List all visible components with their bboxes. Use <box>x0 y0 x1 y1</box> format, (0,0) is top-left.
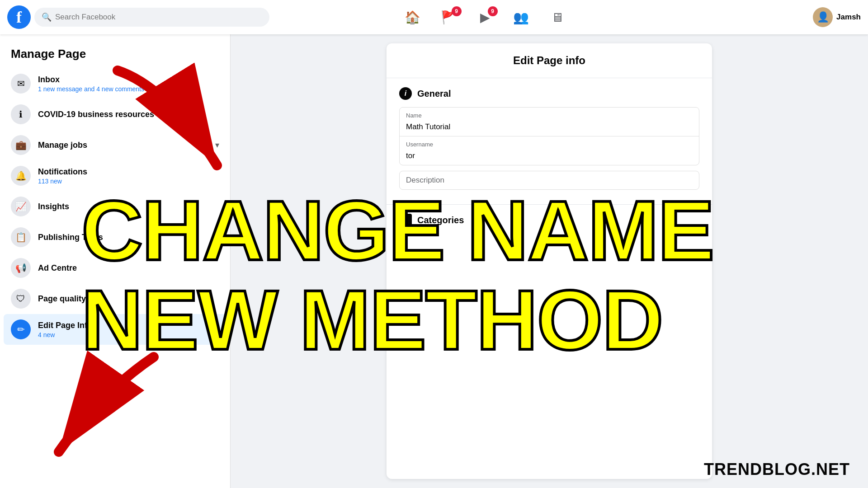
sidebar-title: Manage Page <box>4 43 226 68</box>
covid-label: COVID-19 business resources <box>38 110 154 119</box>
description-placeholder: Description <box>400 171 699 189</box>
inbox-label: Inbox <box>38 75 144 84</box>
user-name: Jamsh <box>836 13 861 22</box>
general-section: i General Name Math Tutorial Username to… <box>387 78 712 204</box>
main-layout: Manage Page ✉ Inbox 1 new message and 4 … <box>0 34 868 488</box>
home-nav-button[interactable]: 🏠 <box>396 5 429 29</box>
ad-centre-label: Ad Centre <box>38 263 77 273</box>
page-quality-icon: 🛡 <box>11 289 31 309</box>
publishing-tools-label: Publishing Tools <box>38 233 103 242</box>
top-navigation: f 🔍 🏠 🚩 9 ▶ 9 👥 🖥 👤 Jamsh <box>0 0 868 34</box>
edit-page-info-sub: 4 new <box>38 331 92 338</box>
nav-center-icons: 🏠 🚩 9 ▶ 9 👥 🖥 <box>396 5 574 29</box>
sidebar-item-page-quality[interactable]: 🛡 Page quality <box>4 283 226 314</box>
categories-heading: ▪ Categories <box>399 214 699 226</box>
sidebar-item-insights[interactable]: 📈 Insights <box>4 191 226 222</box>
username-label: Username <box>400 136 699 150</box>
panel-title: Edit Page info <box>387 43 712 78</box>
avatar[interactable]: 👤 <box>813 7 833 27</box>
groups-icon: 👥 <box>513 10 529 25</box>
home-icon: 🏠 <box>405 10 420 25</box>
manage-jobs-icon: 💼 <box>11 135 31 155</box>
marketplace-icon: 🖥 <box>551 10 564 25</box>
sidebar-item-inbox[interactable]: ✉ Inbox 1 new message and 4 new comments <box>4 68 226 99</box>
notifications-label: Notifications <box>38 167 87 177</box>
ad-centre-icon: 📢 <box>11 258 31 278</box>
username-value: tor <box>400 150 699 165</box>
main-content: Edit Page info i General Name Math Tutor… <box>231 34 868 488</box>
marketplace-nav-button[interactable]: 🖥 <box>541 5 574 29</box>
categories-icon: ▪ <box>399 214 412 226</box>
search-icon: 🔍 <box>42 12 52 22</box>
sidebar-item-covid[interactable]: ℹ COVID-19 business resources <box>4 99 226 130</box>
insights-icon: 📈 <box>11 197 31 216</box>
sidebar-item-publishing-tools[interactable]: 📋 Publishing Tools <box>4 222 226 253</box>
publishing-tools-icon: 📋 <box>11 227 31 247</box>
manage-jobs-label: Manage jobs <box>38 141 87 150</box>
pages-badge: 9 <box>452 6 462 16</box>
manage-jobs-chevron: ▾ <box>215 140 219 150</box>
edit-page-info-label: Edit Page Info <box>38 321 92 330</box>
inbox-sub: 1 new message and 4 new comments <box>38 85 144 93</box>
pages-nav-button[interactable]: 🚩 9 <box>433 5 465 29</box>
inbox-icon: ✉ <box>11 74 31 94</box>
general-heading: i General <box>399 87 699 100</box>
sidebar: Manage Page ✉ Inbox 1 new message and 4 … <box>0 34 231 488</box>
name-value: Math Tutorial <box>400 121 699 136</box>
groups-nav-button[interactable]: 👥 <box>505 5 538 29</box>
insights-label: Insights <box>38 202 69 211</box>
name-field-group[interactable]: Name Math Tutorial Username tor <box>399 107 699 165</box>
general-info-icon: i <box>399 87 412 100</box>
search-bar-container[interactable]: 🔍 <box>34 8 269 27</box>
notifications-sub: 113 new <box>38 178 87 185</box>
facebook-logo[interactable]: f <box>7 5 31 29</box>
search-input[interactable] <box>55 13 262 22</box>
description-field-group[interactable]: Description <box>399 171 699 190</box>
video-nav-button[interactable]: ▶ 9 <box>469 5 501 29</box>
nav-right-section: 👤 Jamsh <box>813 7 861 27</box>
page-quality-label: Page quality <box>38 294 86 304</box>
covid-icon: ℹ <box>11 104 31 124</box>
sidebar-item-notifications[interactable]: 🔔 Notifications 113 new <box>4 160 226 191</box>
notifications-icon: 🔔 <box>11 166 31 186</box>
video-badge: 9 <box>488 6 498 16</box>
sidebar-item-edit-page-info[interactable]: ✏ Edit Page Info 4 new <box>4 314 226 345</box>
edit-page-info-icon: ✏ <box>11 319 31 339</box>
name-label: Name <box>400 108 699 121</box>
sidebar-item-manage-jobs[interactable]: 💼 Manage jobs ▾ <box>4 130 226 160</box>
sidebar-item-ad-centre[interactable]: 📢 Ad Centre <box>4 253 226 283</box>
categories-section: ▪ Categories <box>387 204 712 235</box>
edit-page-panel: Edit Page info i General Name Math Tutor… <box>387 43 712 479</box>
